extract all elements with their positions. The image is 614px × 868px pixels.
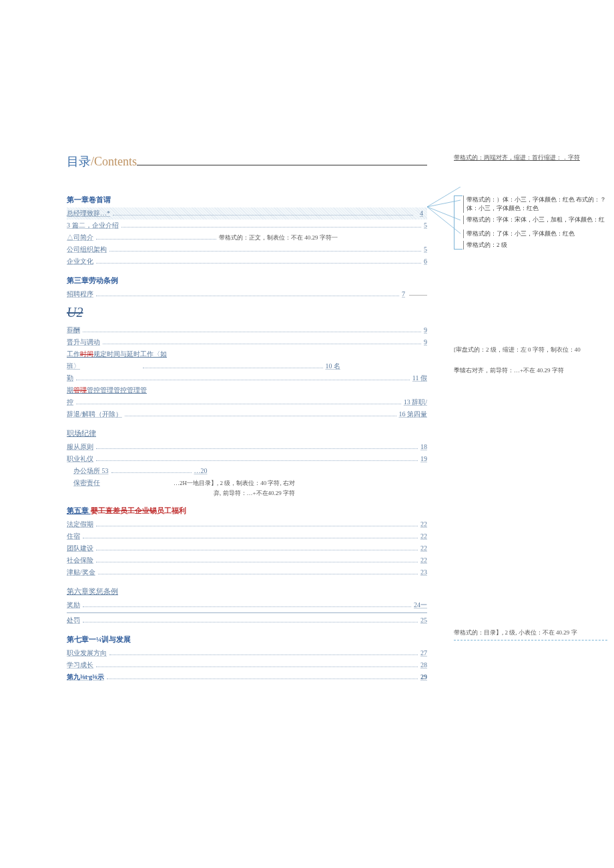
toc-line-promotion[interactable]: 晋升与调动9: [67, 336, 427, 348]
toc-line-holiday[interactable]: 法定假期22: [67, 518, 427, 530]
chapter-1-heading: 第一章卷首谓: [67, 195, 427, 205]
annotation-bottom: 带格式的：目录】, 2 级, 小表位：不在 40.29 字: [454, 628, 607, 637]
toc-line-teambuilding[interactable]: 团队建设22: [67, 542, 427, 554]
chapter-4-heading: 职场纪律: [67, 428, 427, 438]
toc-line-career[interactable]: 职业发展方向27: [67, 647, 427, 659]
toc-line-period-mgmt[interactable]: 期管理管控管理管控管理管: [67, 384, 427, 396]
toc-line-office[interactable]: 办公场所 53…20: [67, 465, 427, 477]
toc-line-accommodation[interactable]: 住宿22: [67, 530, 427, 542]
toc-line-insurance[interactable]: 社会保险22: [67, 554, 427, 566]
toc-line-confidential[interactable]: 保密责任 …2H一地目录】, 2 级，制表位：40 字符, 右对: [67, 477, 427, 489]
title-english: /Contents: [91, 155, 137, 169]
toc-line-obey[interactable]: 服从原则18: [67, 441, 427, 453]
document-page: 目录 /Contents 第一章卷首谓 总经理致辞…* 4 3 篇二，企业介绍5…: [67, 153, 427, 683]
toc-line-overtime[interactable]: 班〉 10 名: [67, 360, 427, 372]
toc-line-etiquette[interactable]: 职业礼仪19: [67, 453, 427, 465]
toc-line-recruit[interactable]: 招聘程序7 ———: [67, 288, 427, 300]
toc-line-attendance[interactable]: 勤11 假: [67, 372, 427, 384]
title-row: 目录 /Contents: [67, 153, 427, 169]
toc-line-worktime[interactable]: 工作时间规定时间与延时工作〈如: [67, 348, 427, 360]
toc-line-company-profile[interactable]: △司简介 带格式的：正文，制表位：不在 40.29 字符一: [67, 232, 427, 244]
annotation-top: 带格式的：两端对齐，缩进：首行缩进：．字符: [454, 153, 607, 162]
annotation-format-3: 带格式的：了体：小三，字体颜色：红色: [463, 230, 607, 238]
inline-format-note-2a: …2H一地目录】, 2 级，制表位：40 字符, 右对: [174, 478, 295, 488]
u2-marker: U2: [67, 305, 427, 320]
chapter-7-heading: 第七章一¼训与发展: [67, 634, 427, 644]
toc-line-company-intro[interactable]: 3 篇二，企业介绍5: [67, 220, 427, 232]
inline-format-note-1: 带格式的：正文，制表位：不在 40.29 字符一: [219, 233, 338, 243]
toc-line-ch9[interactable]: 第九⅜t·g⅜示29: [67, 671, 427, 683]
annotation-format-2: 带格式的：字体：宋体，小三，加粗，字体颜色：红: [463, 215, 607, 224]
chapter-3-heading: 第三章劳动条例: [67, 276, 427, 286]
divider: [67, 612, 427, 613]
annotation-mid-2: 季辕右对齐，前导符：…+不在 40.29 字符: [454, 366, 607, 375]
toc-line-reward[interactable]: 奖励24一: [67, 599, 427, 611]
title-underline: [137, 159, 427, 165]
toc-line-learning[interactable]: 学习成长28: [67, 659, 427, 671]
annotation-format-4: 带格式的：2 级: [463, 241, 607, 250]
toc-line-allowance[interactable]: 津贴/奖金23: [67, 566, 427, 578]
title-chinese: 目录: [67, 153, 91, 169]
toc-line-gm-speech[interactable]: 总经理致辞…* 4: [67, 207, 427, 220]
chapter-5-heading: 第五章 嬰工直差员工企业锡员工福利: [67, 506, 427, 516]
inline-format-note-2b: 弃, 前导符：…+不在40.29 字符: [67, 489, 427, 498]
annotation-mid-1: [审盘式的：2 级，缩进：左 0 字符，制衣位：40: [454, 346, 607, 354]
toc-line-punish[interactable]: 处罚25: [67, 614, 427, 626]
toc-line-culture[interactable]: 企业文化6: [67, 256, 427, 268]
chapter-6-heading: 第六章奖惩条例: [67, 586, 427, 596]
annotation-bracket: 带格式的：）体：小三，字体颜色：红色 布式的：？体：小三，字体颜色：红色 带格式…: [454, 195, 607, 250]
toc-line-org-structure[interactable]: 公司组织架构5: [67, 244, 427, 256]
toc-line-control[interactable]: 控13 辞职/: [67, 396, 427, 408]
toc-line-dismiss[interactable]: 辞退/解聘（开除）16 第四量: [67, 408, 427, 420]
annotation-format-1: 带格式的：）体：小三，字体颜色：红色 布式的：？体：小三，字体颜色：红色: [463, 195, 607, 213]
toc-line-salary[interactable]: 薪酬9: [67, 324, 427, 336]
